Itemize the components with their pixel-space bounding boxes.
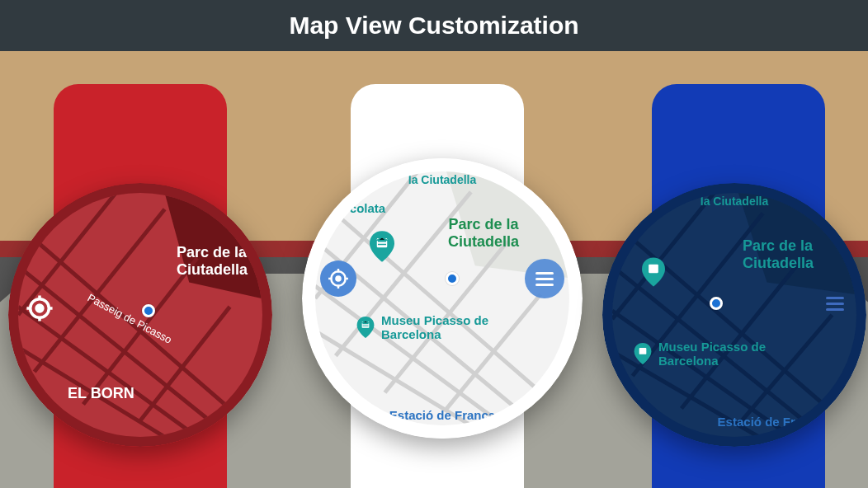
svg-rect-6	[649, 265, 658, 274]
menu-icon	[826, 297, 844, 311]
page-title: Map View Customization	[289, 12, 578, 40]
locate-icon	[328, 268, 349, 289]
poi-museum: Museu Picasso de Barcelona	[632, 340, 774, 368]
locate-icon	[26, 294, 54, 322]
partial-top-label: la Ciutadella	[408, 173, 476, 186]
map-face-dark[interactable]: la Ciutadella Parc de la Ciutadella Muse…	[612, 193, 856, 437]
title-bar: Map View Customization	[0, 0, 868, 51]
map-face-light[interactable]: la Ciutadella Parc de la Ciutadella la X…	[315, 171, 569, 425]
watch-light-theme: la Ciutadella Parc de la Ciutadella la X…	[302, 158, 583, 439]
park-label: Parc de la Ciutadella	[434, 216, 533, 250]
museum-pin-icon	[642, 257, 665, 290]
user-location-dot	[142, 304, 155, 317]
museum-pin-icon	[370, 231, 394, 265]
poi-museum: Museu Picasso de Barcelona	[355, 313, 497, 342]
menu-button[interactable]	[815, 284, 855, 323]
svg-rect-7	[639, 348, 647, 354]
locate-button[interactable]	[320, 260, 356, 297]
background-scene: Parc de la Ciutadella Passeig de Picasso…	[0, 51, 868, 488]
district-label: EL BORN	[68, 385, 134, 402]
museum-pin-icon	[632, 343, 653, 364]
svg-point-4	[335, 275, 342, 282]
park-label: Parc de la Ciutadella	[743, 237, 842, 271]
svg-point-0	[35, 303, 44, 312]
partial-top-label: la Ciutadella	[701, 195, 768, 208]
watch-dark-theme: la Ciutadella Parc de la Ciutadella Muse…	[602, 183, 866, 447]
menu-icon	[535, 272, 554, 286]
locate-button[interactable]	[21, 290, 58, 326]
menu-button[interactable]	[525, 259, 564, 298]
map-face-red[interactable]: Parc de la Ciutadella Passeig de Picasso…	[18, 193, 262, 437]
museum-pin-icon	[355, 317, 376, 338]
watch-red-theme: Parc de la Ciutadella Passeig de Picasso…	[8, 183, 272, 447]
user-location-dot	[710, 297, 723, 310]
user-location-dot	[446, 272, 459, 285]
